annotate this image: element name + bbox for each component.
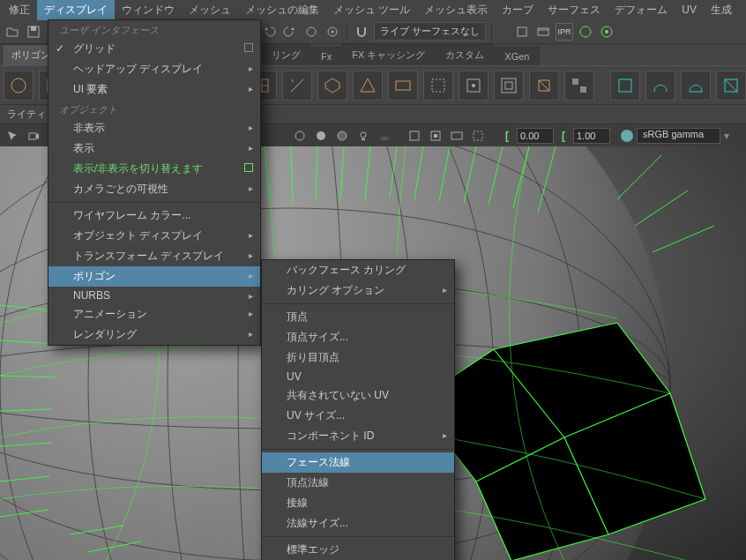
menu-item[interactable]: NURBS▸: [48, 287, 260, 304]
strip-select-icon[interactable]: [4, 127, 21, 145]
option-box-icon[interactable]: [244, 163, 253, 172]
menu-item[interactable]: 非表示▸: [48, 118, 260, 138]
menu-mesh-display[interactable]: メッシュ表示: [417, 0, 495, 20]
menu-item-label: レンダリング: [73, 327, 137, 342]
menu-item-label: バックフェース カリング: [287, 263, 406, 278]
shelf-icon-11[interactable]: [529, 71, 559, 101]
render-icon[interactable]: [577, 23, 594, 41]
strip-isolate2-icon[interactable]: [427, 127, 444, 145]
menu-item-label: 表示: [73, 141, 94, 156]
menu-item[interactable]: レンダリング▸: [48, 325, 260, 345]
menu-cache[interactable]: キャッシュ: [739, 0, 746, 20]
submenu-item[interactable]: フェース法線: [262, 452, 454, 473]
menu-item[interactable]: UI 要素▸: [48, 79, 260, 100]
shelf-icon-7[interactable]: [388, 71, 418, 101]
menu-mesh-tools[interactable]: メッシュ ツール: [326, 0, 417, 20]
shelf-icon-t3[interactable]: [681, 71, 711, 101]
menu-item[interactable]: ワイヤフレーム カラー...: [48, 205, 260, 226]
colorspace-select[interactable]: sRGB gamma ▾: [621, 128, 735, 144]
shelf-poly-sphere[interactable]: [4, 71, 34, 101]
redo-icon[interactable]: [281, 23, 299, 41]
save-icon[interactable]: [25, 23, 42, 41]
submenu-item[interactable]: 頂点サイズ...: [262, 327, 454, 347]
strip-shadow-icon[interactable]: [376, 127, 393, 145]
exposure-bracket-icon: [: [501, 128, 513, 144]
film-icon[interactable]: [534, 23, 552, 41]
submenu-item[interactable]: 折り目頂点: [262, 347, 454, 368]
menu-mesh[interactable]: メッシュ: [182, 0, 238, 20]
svg-rect-79: [29, 133, 36, 139]
ph-lighting[interactable]: ライティ: [2, 106, 51, 123]
strip-shaded-wire-icon[interactable]: [333, 127, 351, 145]
strip-gate-icon[interactable]: [448, 127, 466, 145]
chevron-right-icon: ▸: [249, 271, 253, 280]
open-icon[interactable]: [4, 23, 21, 41]
shelf-icon-t1[interactable]: [610, 71, 640, 101]
exposure-field[interactable]: [517, 128, 554, 144]
menu-window[interactable]: ウィンドウ: [115, 0, 182, 20]
submenu-item[interactable]: UV: [262, 368, 454, 385]
menu-item[interactable]: ヘッドアップ ディスプレイ▸: [48, 59, 260, 79]
shelf-icon-8[interactable]: [423, 71, 453, 101]
menu-item-label: ヘッドアップ ディスプレイ: [73, 62, 203, 77]
strip-light-icon[interactable]: [354, 127, 372, 145]
menu-uv[interactable]: UV: [675, 1, 704, 19]
tab-ring[interactable]: リング: [262, 44, 310, 65]
submenu-item[interactable]: 共有されていない UV: [262, 385, 454, 406]
submenu-item[interactable]: カリング オプション▸: [262, 280, 454, 301]
isolate-icon[interactable]: [513, 23, 531, 41]
live-surface-select[interactable]: ライブ サーフェスなし: [374, 22, 486, 41]
submenu-item[interactable]: 法線サイズ...: [262, 513, 454, 534]
menu-item[interactable]: オブジェクト ディスプレイ▸: [48, 226, 260, 246]
shelf-icon-5[interactable]: [317, 71, 347, 101]
svg-rect-77: [619, 79, 631, 92]
submenu-item[interactable]: コンポーネント ID▸: [262, 426, 454, 446]
menu-item[interactable]: ポリゴン▸: [48, 266, 260, 287]
strip-res-icon[interactable]: [469, 127, 487, 145]
tab-fx[interactable]: Fx: [311, 47, 341, 65]
shelf-icon-6[interactable]: [353, 71, 383, 101]
submenu-item[interactable]: 頂点: [262, 307, 454, 327]
menu-edit-mesh[interactable]: メッシュの編集: [238, 0, 326, 20]
strip-xray-icon[interactable]: [406, 127, 423, 145]
menu-item[interactable]: 表示▸: [48, 138, 260, 159]
menu-display[interactable]: ディスプレイ: [37, 0, 115, 20]
render-target-icon[interactable]: [598, 23, 615, 41]
shelf-icon-t4[interactable]: [716, 71, 746, 101]
tab-fxcaching[interactable]: FX キャッシング: [342, 44, 435, 65]
magnet-icon[interactable]: [353, 23, 370, 41]
submenu-item[interactable]: バックフェース カリング: [262, 260, 454, 280]
submenu-item[interactable]: UV サイズ...: [262, 406, 454, 426]
shelf-icon-12[interactable]: [564, 71, 594, 101]
menu-deform[interactable]: デフォーム: [608, 0, 675, 20]
tab-custom[interactable]: カスタム: [436, 44, 494, 65]
menu-item-label: UV: [287, 370, 302, 383]
strip-shaded-icon[interactable]: [312, 127, 330, 145]
strip-camera-icon[interactable]: [25, 127, 42, 145]
shelf-icon-10[interactable]: [494, 71, 524, 101]
submenu-item[interactable]: 標準エッジ: [262, 540, 454, 560]
menu-item[interactable]: トランスフォーム ディスプレイ▸: [48, 246, 260, 266]
menu-item[interactable]: カメラごとの可視性▸: [48, 179, 260, 199]
snap-icon[interactable]: [324, 23, 341, 41]
menu-curves[interactable]: カーブ: [495, 0, 541, 20]
svg-marker-68: [361, 78, 375, 92]
submenu-item[interactable]: 接線: [262, 493, 454, 513]
shelf-icon-4[interactable]: [282, 71, 312, 101]
menu-item[interactable]: ✓グリッド: [48, 39, 260, 59]
submenu-item[interactable]: 頂点法線: [262, 473, 454, 493]
menu-surfaces[interactable]: サーフェス: [541, 0, 608, 20]
tab-xgen[interactable]: XGen: [495, 47, 539, 65]
shelf-icon-t2[interactable]: [645, 71, 675, 101]
menu-item[interactable]: アニメーション▸: [48, 304, 260, 325]
menu-modify[interactable]: 修正: [2, 0, 37, 20]
shelf-icon-9[interactable]: [459, 71, 489, 101]
menu-generate[interactable]: 生成: [704, 0, 739, 20]
option-box-icon[interactable]: [244, 43, 253, 52]
ipr-icon[interactable]: IPR: [556, 23, 573, 41]
select-icon[interactable]: [302, 23, 320, 41]
gamma-field[interactable]: [573, 128, 610, 144]
menu-item[interactable]: 表示/非表示を切り替えます: [48, 159, 260, 179]
undo-icon[interactable]: [260, 23, 278, 41]
strip-wire-icon[interactable]: [291, 127, 309, 145]
